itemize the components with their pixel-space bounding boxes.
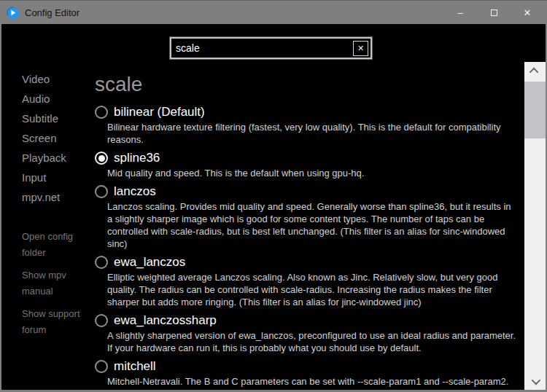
- sidebar-nav-label: Audio: [22, 93, 50, 105]
- scroll-up-button[interactable]: [524, 62, 546, 79]
- search-box: ✕: [170, 37, 372, 59]
- radio-option-head: ewa_lanczos: [95, 255, 519, 270]
- sidebar: Video Audio Subtitle Screen Playback Inp…: [22, 69, 95, 345]
- sidebar-link[interactable]: Show mpv manual: [22, 267, 89, 299]
- titlebar: Config Editor – ✕: [0, 1, 547, 24]
- window-controls: – ✕: [443, 1, 544, 24]
- sidebar-link-label: Show mpv manual: [22, 270, 66, 297]
- minimize-button[interactable]: –: [443, 1, 477, 24]
- radio-option-label: ewa_lanczossharp: [114, 313, 217, 328]
- sidebar-link-label: Open config folder: [22, 231, 73, 258]
- radio-option-description: Elliptic weighted average Lanczos scalin…: [107, 271, 517, 308]
- sidebar-nav-item[interactable]: Video: [22, 69, 95, 89]
- radio-button-icon[interactable]: [95, 314, 108, 327]
- radio-option-description: A slightly sharpened version of ewa_lanc…: [107, 329, 517, 354]
- radio-option[interactable]: lanczos Lanczos scaling. Provides mid qu…: [95, 184, 519, 250]
- radio-option-description: Mitchell-Netravali. The B and C paramete…: [107, 375, 517, 390]
- page-title: scale: [95, 72, 519, 97]
- sidebar-nav: Video Audio Subtitle Screen Playback Inp…: [22, 69, 95, 207]
- search-input[interactable]: [171, 39, 353, 58]
- scroll-down-button[interactable]: [524, 372, 546, 390]
- radio-option-label: mitchell: [114, 359, 156, 374]
- window-title: Config Editor: [25, 7, 79, 18]
- maximize-button[interactable]: [477, 1, 511, 24]
- radio-option-label: spline36: [114, 151, 160, 165]
- sidebar-nav-label: Subtitle: [22, 112, 58, 125]
- sidebar-links: Open config folder Show mpv manual Show …: [22, 229, 95, 338]
- radio-option[interactable]: ewa_lanczos Elliptic weighted average La…: [95, 255, 519, 308]
- radio-option-head: spline36: [95, 151, 519, 165]
- sidebar-nav-item[interactable]: Subtitle: [22, 109, 95, 128]
- sidebar-nav-label: Video: [22, 73, 50, 85]
- radio-option-head: lanczos: [95, 184, 519, 199]
- sidebar-link[interactable]: Open config folder: [22, 229, 89, 261]
- config-editor-window: Config Editor – ✕ ✕ Video Audio Subtitle…: [0, 0, 547, 392]
- sidebar-link[interactable]: Show support forum: [22, 306, 89, 338]
- radio-dot: [98, 155, 105, 162]
- radio-option-head: bilinear (Default): [95, 105, 519, 119]
- radio-option[interactable]: ewa_lanczossharp A slightly sharpened ve…: [95, 313, 519, 354]
- client-area: ✕ Video Audio Subtitle Screen Playback I…: [1, 24, 546, 390]
- radio-button-icon[interactable]: [95, 185, 108, 198]
- close-button[interactable]: ✕: [511, 1, 544, 24]
- radio-option-label: lanczos: [114, 184, 156, 199]
- vertical-scrollbar[interactable]: [524, 62, 546, 390]
- chevron-down-icon: [532, 375, 541, 385]
- radio-option[interactable]: bilinear (Default) Bilinear hardware tex…: [95, 105, 519, 146]
- scrollbar-thumb[interactable]: [524, 82, 546, 138]
- radio-option-label: bilinear (Default): [114, 105, 205, 119]
- sidebar-nav-item[interactable]: Audio: [22, 89, 95, 109]
- sidebar-nav-label: mpv.net: [22, 191, 60, 203]
- sidebar-nav-item[interactable]: Playback: [22, 148, 95, 168]
- radio-option-description: Lanczos scaling. Provides mid quality an…: [107, 200, 517, 250]
- sidebar-nav-label: Playback: [22, 152, 66, 164]
- radio-button-icon[interactable]: [95, 152, 108, 165]
- main-content: scale bilinear (Default) Bilinear hardwa…: [95, 72, 519, 390]
- search-clear-button[interactable]: ✕: [353, 41, 368, 56]
- radio-option-head: mitchell: [95, 359, 519, 374]
- radio-option-description: Mid quality and speed. This is the defau…: [107, 167, 517, 179]
- sidebar-nav-item[interactable]: Input: [22, 168, 95, 187]
- radio-option-label: ewa_lanczos: [114, 255, 185, 270]
- maximize-icon: [491, 9, 497, 16]
- radio-button-icon[interactable]: [95, 360, 108, 373]
- radio-button-icon[interactable]: [95, 106, 108, 119]
- radio-option[interactable]: mitchell Mitchell-Netravali. The B and C…: [95, 359, 519, 390]
- options-list: bilinear (Default) Bilinear hardware tex…: [95, 105, 519, 390]
- radio-option[interactable]: spline36 Mid quality and speed. This is …: [95, 151, 519, 179]
- sidebar-nav-item[interactable]: mpv.net: [22, 187, 95, 207]
- sidebar-link-label: Show support forum: [22, 308, 80, 335]
- mpv-play-icon: [7, 7, 19, 19]
- radio-button-icon[interactable]: [95, 256, 108, 269]
- sidebar-nav-label: Screen: [22, 132, 57, 144]
- radio-option-description: Bilinear hardware texture filtering (fas…: [107, 121, 517, 146]
- sidebar-nav-item[interactable]: Screen: [22, 128, 95, 148]
- radio-option-head: ewa_lanczossharp: [95, 313, 519, 328]
- sidebar-nav-label: Input: [22, 171, 46, 184]
- chevron-up-icon: [529, 67, 539, 77]
